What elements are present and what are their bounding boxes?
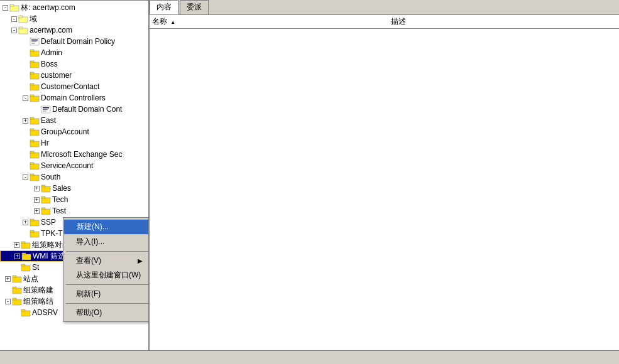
expand-acertwp[interactable]: - — [11, 28, 17, 33]
svg-rect-12 — [30, 62, 39, 68]
svg-rect-46 — [21, 243, 30, 249]
test-label: Test — [52, 206, 66, 215]
folder-icon-gpob — [12, 286, 22, 294]
expand-sales[interactable]: + — [34, 186, 40, 191]
tab-delegate-label: 委派 — [187, 3, 202, 11]
folder-icon-gpo-objects — [21, 240, 31, 249]
tree-item-forest[interactable]: - 林: acertwp.com — [0, 2, 148, 13]
svg-rect-27 — [30, 129, 34, 131]
acertwp-label: acertwp.com — [30, 26, 72, 35]
svg-rect-30 — [30, 153, 39, 158]
expand-forest[interactable]: - — [3, 5, 8, 11]
folder-icon-customer — [30, 71, 40, 80]
col-desc-header[interactable]: 描述 — [391, 16, 616, 27]
no-expand-1 — [23, 39, 28, 45]
expand-gpo-objects[interactable]: + — [14, 242, 19, 248]
svg-rect-17 — [30, 83, 34, 85]
folder-icon-st — [21, 263, 31, 272]
status-bar — [0, 350, 619, 364]
context-menu: 新建(N)... 导入(I)... 查看(V) ▶ 从这里创建窗口(W) — [63, 217, 150, 322]
svg-rect-41 — [41, 208, 45, 210]
gpo-icon-1 — [30, 37, 40, 46]
expand-test[interactable]: + — [34, 208, 40, 214]
tree-item-customer[interactable]: customer — [0, 70, 148, 81]
tree-item-acertwp[interactable]: - acertwp.com — [0, 24, 148, 36]
tree-item-south[interactable]: - South — [0, 171, 148, 183]
svg-rect-10 — [30, 51, 39, 56]
expand-gpo-result[interactable]: - — [5, 299, 11, 304]
sort-arrow-icon: ▲ — [170, 19, 175, 25]
tech-label: Tech — [52, 195, 68, 204]
forest-icon — [9, 3, 19, 12]
menu-item-help[interactable]: 帮助(O) — [63, 306, 150, 320]
menu-item-view[interactable]: 查看(V) ▶ — [63, 254, 150, 268]
svg-rect-48 — [22, 254, 31, 260]
tree-item-default-domain-policy[interactable]: Default Domain Policy — [0, 36, 148, 47]
domain-root-label: 域 — [30, 14, 37, 24]
tree-item-test[interactable]: + Test — [0, 205, 148, 217]
adsrv-label: ADSRV — [32, 308, 58, 317]
svg-rect-51 — [21, 264, 25, 266]
folder-icon-boss — [30, 60, 40, 68]
svg-rect-24 — [30, 119, 39, 124]
tree-item-msexchange[interactable]: Microsoft Exchange Sec — [0, 149, 148, 160]
expand-sites[interactable]: + — [5, 276, 11, 282]
expand-domain[interactable]: - — [11, 16, 17, 22]
tree-item-domain-root[interactable]: - 域 — [0, 13, 148, 24]
menu-item-new-window[interactable]: 从这里创建窗口(W) — [63, 268, 150, 282]
no-expand-boss — [23, 62, 28, 67]
menu-sep-3 — [66, 303, 150, 304]
folder-icon-admin — [30, 48, 40, 57]
menu-new-window-label: 从这里创建窗口(W) — [76, 270, 141, 281]
no-expand-admin — [23, 50, 28, 56]
menu-item-import[interactable]: 导入(I)... — [63, 235, 150, 249]
menu-item-refresh[interactable]: 刷新(F) — [63, 287, 150, 301]
folder-icon-wmi — [21, 252, 31, 260]
no-expand-ga — [23, 129, 28, 135]
svg-rect-14 — [30, 73, 39, 79]
svg-rect-2 — [19, 17, 28, 23]
acertwp-icon — [18, 26, 28, 35]
groupaccount-label: GroupAccount — [41, 127, 89, 136]
tree-item-customercontact[interactable]: CustomerContact — [0, 81, 148, 92]
no-expand-gpob — [5, 287, 11, 293]
svg-rect-44 — [30, 232, 39, 237]
svg-rect-22 — [43, 109, 48, 110]
tree-item-dc[interactable]: - Domain Controllers — [0, 92, 148, 104]
folder-icon-ms — [30, 150, 40, 159]
folder-icon-ga — [30, 127, 40, 136]
svg-rect-23 — [43, 111, 47, 112]
no-expand-ms — [23, 152, 28, 158]
ssp-label: SSP — [41, 218, 56, 227]
tree-item-groupaccount[interactable]: GroupAccount — [0, 126, 148, 137]
tree-item-tech[interactable]: + Tech — [0, 194, 148, 205]
svg-rect-47 — [21, 242, 25, 244]
expand-tech[interactable]: + — [34, 197, 40, 203]
folder-icon-sa — [30, 161, 40, 170]
expand-south[interactable]: - — [23, 174, 28, 180]
menu-help-label: 帮助(O) — [76, 308, 102, 318]
svg-rect-19 — [30, 95, 34, 97]
tab-delegate[interactable]: 委派 — [180, 0, 209, 14]
east-label: East — [41, 116, 56, 125]
svg-rect-21 — [43, 107, 49, 109]
svg-rect-11 — [30, 50, 34, 51]
tree-item-default-domain-cont[interactable]: Default Domain Cont — [0, 104, 148, 115]
tree-item-boss[interactable]: Boss — [0, 58, 148, 70]
tree-item-east[interactable]: + East — [0, 115, 148, 126]
menu-item-new[interactable]: 新建(N)... — [63, 219, 150, 235]
expand-dc[interactable]: - — [23, 95, 28, 101]
expand-ssp[interactable]: + — [23, 220, 28, 225]
tree-item-sales[interactable]: + Sales — [0, 183, 148, 194]
svg-rect-45 — [30, 230, 34, 232]
tree-item-admin[interactable]: Admin — [0, 47, 148, 58]
expand-wmi[interactable]: + — [14, 254, 20, 259]
expand-east[interactable]: + — [23, 118, 28, 124]
tab-content[interactable]: 内容 — [150, 0, 178, 14]
svg-rect-26 — [30, 130, 39, 136]
svg-rect-35 — [30, 174, 34, 176]
tree-item-serviceaccount[interactable]: ServiceAccount — [0, 160, 148, 171]
col-name-header[interactable]: 名称 ▲ — [152, 16, 391, 27]
tab-bar: 内容 委派 — [150, 0, 619, 15]
tree-item-hr[interactable]: Hr — [0, 137, 148, 149]
